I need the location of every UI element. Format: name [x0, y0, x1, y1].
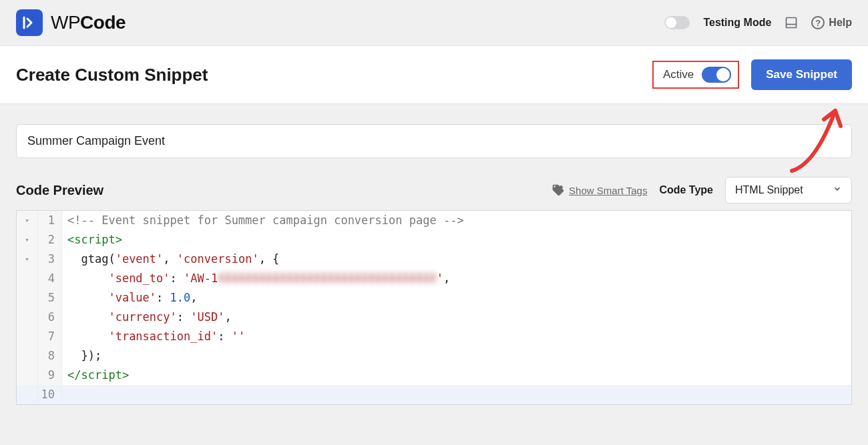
line-number: 3 [38, 250, 62, 269]
code-line: 6 'currency': 'USD', [17, 308, 851, 327]
line-number: 9 [38, 366, 62, 385]
line-number: 4 [38, 269, 62, 288]
fold-gutter [17, 366, 38, 385]
code-text: 'send_to' [108, 272, 170, 285]
code-text: 'transaction_id' [108, 330, 218, 343]
help-icon: ? [811, 16, 825, 29]
snippet-title-input[interactable] [16, 124, 852, 158]
fold-toggle[interactable]: ▾ [17, 211, 38, 230]
fold-gutter [17, 308, 38, 327]
active-label: Active [663, 68, 694, 81]
fold-gutter [17, 385, 38, 404]
line-number: 2 [38, 230, 62, 250]
code-text: , { [259, 252, 280, 266]
page-header: Create Custom Snippet Active Save Snippe… [0, 46, 868, 104]
tags-icon [552, 183, 565, 197]
line-number: 7 [38, 327, 62, 346]
code-line: 10 [17, 385, 851, 404]
code-line: 7 'transaction_id': '' [17, 327, 851, 346]
active-toggle-box: Active [652, 61, 739, 89]
line-number: 1 [38, 211, 62, 230]
code-text-blurred: XXXXXXXXXXXXXXXXXXXXXXXXXXXXXXXX [218, 272, 437, 285]
code-text: <script> [67, 233, 122, 246]
code-text: 'event' [116, 252, 164, 266]
code-text [62, 385, 851, 404]
fold-toggle[interactable]: ▾ [17, 250, 38, 269]
page-title: Create Custom Snippet [16, 65, 208, 85]
code-preview-title: Code Preview [16, 183, 103, 198]
code-text: 'value' [108, 291, 156, 304]
code-text: '' [232, 330, 245, 343]
testing-mode-label: Testing Mode [703, 17, 771, 29]
code-text: }); [67, 349, 101, 362]
code-text: 'AW-1 [184, 272, 218, 285]
help-label: Help [829, 17, 852, 29]
line-number: 8 [38, 346, 62, 366]
help-link[interactable]: ? Help [811, 16, 852, 29]
code-editor[interactable]: ▾ 1 <!-- Event snippet for Summer campai… [16, 210, 852, 405]
content: Code Preview Show Smart Tags Code Type H… [0, 104, 868, 425]
active-toggle[interactable] [702, 67, 731, 83]
show-smart-tags-link[interactable]: Show Smart Tags [552, 183, 647, 197]
code-type-select[interactable]: HTML Snippet [725, 177, 852, 203]
layout-icon[interactable] [785, 16, 798, 29]
smart-tags-label: Show Smart Tags [569, 185, 647, 196]
code-text: ' [437, 272, 443, 285]
code-text: </script> [67, 368, 129, 382]
fold-toggle[interactable]: ▾ [17, 230, 38, 250]
preview-header: Code Preview Show Smart Tags Code Type H… [16, 177, 852, 203]
code-text: gtag( [67, 252, 116, 266]
code-line: 4 'send_to': 'AW-1XXXXXXXXXXXXXXXXXXXXXX… [17, 269, 851, 288]
fold-gutter [17, 288, 38, 308]
code-line: ▾ 1 <!-- Event snippet for Summer campai… [17, 211, 851, 230]
fold-gutter [17, 346, 38, 366]
code-line: 8 }); [17, 346, 851, 366]
save-snippet-button[interactable]: Save Snippet [751, 59, 852, 90]
svg-rect-1 [787, 18, 797, 28]
line-number: 6 [38, 308, 62, 327]
code-type-value: HTML Snippet [735, 184, 803, 196]
code-line: ▾ 3 gtag('event', 'conversion', { [17, 250, 851, 269]
code-type-label: Code Type [659, 184, 713, 196]
fold-gutter [17, 269, 38, 288]
brand-name: WPCode [51, 12, 126, 33]
code-line: ▾ 2 <script> [17, 230, 851, 250]
header-actions: Active Save Snippet [652, 59, 852, 90]
code-text: 'USD' [190, 310, 224, 324]
topbar-right: Testing Mode ? Help [664, 16, 852, 29]
code-text: <!-- Event snippet for Summer campaign c… [67, 213, 464, 227]
code-line: 9 </script> [17, 366, 851, 385]
topbar: WPCode Testing Mode ? Help [0, 0, 868, 46]
code-text: 'currency' [108, 310, 176, 324]
preview-tools: Show Smart Tags Code Type HTML Snippet [552, 177, 852, 203]
testing-mode-toggle[interactable] [664, 16, 690, 29]
line-number: 5 [38, 288, 62, 308]
brand: WPCode [16, 9, 126, 36]
line-number: 10 [38, 385, 62, 404]
brand-logo-icon [16, 9, 43, 36]
fold-gutter [17, 327, 38, 346]
code-text: 1.0 [170, 291, 191, 304]
code-line: 5 'value': 1.0, [17, 288, 851, 308]
chevron-down-icon [833, 184, 842, 196]
code-text: 'conversion' [177, 252, 259, 266]
